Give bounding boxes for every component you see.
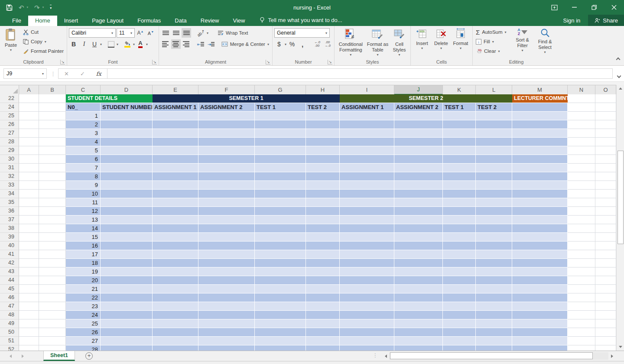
cell-O32[interactable] (595, 172, 616, 181)
cell-M25[interactable] (512, 112, 568, 120)
number-dialog-launcher-icon[interactable]: ↘ (328, 60, 332, 64)
cell-N35[interactable] (568, 198, 595, 207)
cell-F41[interactable] (198, 250, 255, 259)
cell-F46[interactable] (198, 293, 255, 302)
cell-K42[interactable] (443, 259, 476, 267)
cell-N36[interactable] (568, 207, 595, 216)
cell-M38[interactable] (512, 224, 568, 233)
cell-E26[interactable] (153, 120, 198, 129)
cell-G51[interactable] (255, 337, 306, 345)
cell-N31[interactable] (568, 164, 595, 172)
cell-D37[interactable] (101, 216, 153, 224)
cell-C46[interactable]: 22 (66, 293, 101, 302)
cell-D27[interactable] (101, 129, 153, 138)
cell-G33[interactable] (255, 181, 306, 190)
percent-style-button[interactable]: % (287, 39, 297, 49)
cell-J47[interactable] (394, 302, 443, 311)
cell-O44[interactable] (595, 276, 616, 285)
cell-J30[interactable] (394, 155, 443, 164)
cell-J37[interactable] (394, 216, 443, 224)
cell-M36[interactable] (512, 207, 568, 216)
cell-D49[interactable] (101, 319, 153, 328)
cell-D42[interactable] (101, 259, 153, 267)
cell-O38[interactable] (595, 224, 616, 233)
cell-E41[interactable] (153, 250, 198, 259)
cell-G47[interactable] (255, 302, 306, 311)
cell-N33[interactable] (568, 181, 595, 190)
cell-M29[interactable] (512, 146, 568, 155)
cell-O30[interactable] (595, 155, 616, 164)
cell-G44[interactable] (255, 276, 306, 285)
cell-C51[interactable]: 27 (66, 337, 101, 345)
tab-file[interactable]: File (5, 16, 28, 26)
cell-H45[interactable] (306, 285, 340, 293)
cell-A29[interactable] (19, 146, 39, 155)
cell-M24[interactable] (512, 103, 568, 112)
cell-L25[interactable] (476, 112, 512, 120)
cell-F24[interactable]: ASSIGNMENT 2 (198, 103, 255, 112)
scroll-down-icon[interactable] (617, 343, 624, 351)
cell-N29[interactable] (568, 146, 595, 155)
row-header-37[interactable]: 37 (0, 216, 19, 224)
cell-F27[interactable] (198, 129, 255, 138)
cell-O50[interactable] (595, 328, 616, 337)
cell-F39[interactable] (198, 233, 255, 242)
cell-K45[interactable] (443, 285, 476, 293)
undo-icon[interactable]: ↶ (19, 4, 24, 11)
cell-G34[interactable] (255, 190, 306, 198)
cell-F35[interactable] (198, 198, 255, 207)
row-header-34[interactable]: 34 (0, 190, 19, 198)
cell-I28[interactable] (340, 138, 394, 146)
ribbon-display-options-icon[interactable] (544, 0, 564, 15)
cell-G30[interactable] (255, 155, 306, 164)
cell-I47[interactable] (340, 302, 394, 311)
cell-E48[interactable] (153, 311, 198, 319)
cell-B25[interactable] (39, 112, 66, 120)
cell-F33[interactable] (198, 181, 255, 190)
cell-L44[interactable] (476, 276, 512, 285)
cell-N32[interactable] (568, 172, 595, 181)
cell-D28[interactable] (101, 138, 153, 146)
cell-E29[interactable] (153, 146, 198, 155)
row-header-38[interactable]: 38 (0, 224, 19, 233)
cell-L45[interactable] (476, 285, 512, 293)
cell-N48[interactable] (568, 311, 595, 319)
cell-F38[interactable] (198, 224, 255, 233)
cell-E33[interactable] (153, 181, 198, 190)
cell-I30[interactable] (340, 155, 394, 164)
cell-K36[interactable] (443, 207, 476, 216)
cell-I37[interactable] (340, 216, 394, 224)
cell-C39[interactable]: 15 (66, 233, 101, 242)
restore-button[interactable] (584, 0, 604, 15)
row-header-48[interactable]: 48 (0, 311, 19, 319)
cell-H40[interactable] (306, 242, 340, 250)
cell-B49[interactable] (39, 319, 66, 328)
cell-D39[interactable] (101, 233, 153, 242)
cell-H49[interactable] (306, 319, 340, 328)
cell-E25[interactable] (153, 112, 198, 120)
cell-L30[interactable] (476, 155, 512, 164)
cell-M42[interactable] (512, 259, 568, 267)
cell-N51[interactable] (568, 337, 595, 345)
cell-K27[interactable] (443, 129, 476, 138)
cell-N22[interactable] (568, 94, 595, 103)
cell-O43[interactable] (595, 267, 616, 276)
cell-B50[interactable] (39, 328, 66, 337)
font-size-combo[interactable]: 11▾ (117, 28, 135, 38)
sort-filter-button[interactable]: AZ Sort & Filter ▾ (511, 27, 534, 56)
cell-F45[interactable] (198, 285, 255, 293)
share-button[interactable]: Share (588, 15, 624, 26)
cell-H50[interactable] (306, 328, 340, 337)
scroll-up-icon[interactable] (617, 85, 624, 92)
cell-L43[interactable] (476, 267, 512, 276)
cell-C44[interactable]: 20 (66, 276, 101, 285)
cell-M39[interactable] (512, 233, 568, 242)
cell-L35[interactable] (476, 198, 512, 207)
cell-F43[interactable] (198, 267, 255, 276)
fill-color-button[interactable] (123, 39, 132, 49)
row-header-51[interactable]: 51 (0, 337, 19, 345)
cell-D38[interactable] (101, 224, 153, 233)
cell-A49[interactable] (19, 319, 39, 328)
clipboard-dialog-launcher-icon[interactable]: ↘ (60, 60, 65, 64)
cell-M30[interactable] (512, 155, 568, 164)
